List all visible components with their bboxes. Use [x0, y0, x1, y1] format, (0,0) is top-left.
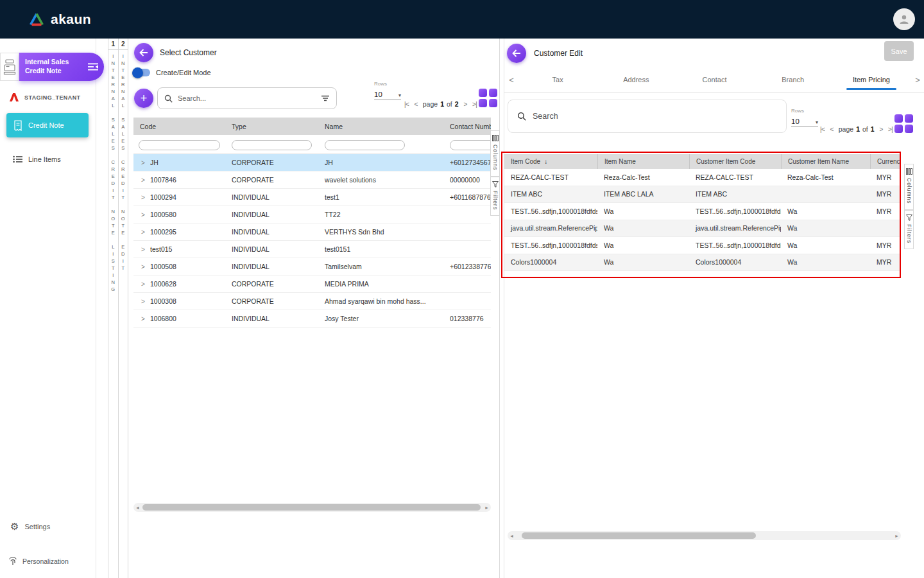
scrollbar-thumb[interactable] — [522, 532, 756, 539]
back-button[interactable] — [507, 44, 526, 63]
tab-item[interactable]: Item Pricing — [832, 67, 911, 92]
cell-customer-item-name: Wa — [781, 258, 870, 266]
sidebar-item-credit-note[interactable]: Credit Note — [6, 113, 89, 137]
expand-row-icon[interactable]: > — [133, 281, 150, 288]
tab-item[interactable]: Address — [597, 67, 675, 92]
column-header-customer-item-name[interactable]: Customer Item Name — [781, 154, 870, 169]
columns-rail-tab[interactable]: Columns — [904, 164, 914, 210]
column-header-item-code[interactable]: Item Code ↓ — [504, 154, 597, 169]
rows-per-page-select[interactable]: 10 ▾ — [791, 118, 818, 127]
expand-row-icon[interactable]: > — [133, 159, 150, 166]
expand-row-icon[interactable]: > — [133, 298, 150, 305]
tab-item[interactable]: Branch — [754, 67, 832, 92]
item-pricing-row[interactable]: java.util.stream.ReferencePipeli... Wa j… — [504, 220, 901, 238]
expand-row-icon[interactable]: > — [133, 246, 150, 253]
sort-descending-icon[interactable]: ↓ — [544, 158, 547, 165]
customer-row[interactable]: > 1000508 INDIVIDUAL Tamilselvam +601233… — [133, 258, 491, 276]
first-page-button[interactable]: |< — [404, 101, 409, 108]
expand-row-icon[interactable]: > — [133, 194, 150, 201]
customer-search-input[interactable] — [178, 94, 316, 102]
customer-row[interactable]: > 1000580 INDIVIDUAL TT22 — [133, 206, 491, 223]
filters-rail-tab[interactable]: Filters — [490, 177, 500, 216]
sidebar-item-line-items[interactable]: Line Items — [8, 153, 66, 166]
item-pricing-row[interactable]: ITEM ABC ITEM ABC LALA ITEM ABC MYR — [504, 186, 901, 204]
sidebar-item-settings[interactable]: ⚙ Settings — [10, 521, 50, 531]
prev-page-button[interactable]: < — [830, 126, 833, 133]
rows-per-page-select[interactable]: 10 ▾ — [374, 91, 401, 100]
type-filter-input[interactable] — [232, 140, 312, 150]
expand-row-icon[interactable]: > — [133, 211, 150, 218]
scroll-left-icon[interactable]: ◄ — [135, 505, 140, 510]
user-avatar[interactable] — [893, 8, 915, 30]
window-strip-listing[interactable]: 1 INTERNAL SALES CREDIT NOTE LISTING — [108, 39, 119, 578]
cell-name: Ahmad syarqawi bin mohd hass... — [321, 297, 446, 305]
grid-view-icon — [894, 114, 913, 133]
columns-rail-tab[interactable]: Columns — [490, 130, 500, 177]
collapse-menu-icon[interactable] — [88, 63, 98, 71]
tab-item[interactable]: Contact — [675, 67, 753, 92]
item-pricing-row[interactable]: Colors1000004 Wa Colors1000004 Wa MYR — [504, 254, 901, 272]
save-button[interactable]: Save — [884, 41, 914, 61]
item-pricing-row[interactable]: TEST..56..sdfjn,1000018fdfds/df... Wa TE… — [504, 237, 901, 254]
tabs-scroll-right-icon[interactable]: > — [911, 67, 924, 92]
back-button[interactable] — [134, 43, 153, 62]
scrollbar-thumb[interactable] — [142, 504, 481, 511]
customer-row[interactable]: > JH CORPORATE JH +6012734567 — [133, 154, 491, 171]
tenant-selector[interactable]: STAGING_TENANT — [9, 92, 80, 102]
expand-row-icon[interactable]: > — [133, 177, 150, 184]
item-pricing-search-input[interactable] — [533, 112, 777, 121]
contact-filter-input[interactable] — [450, 140, 491, 150]
filter-list-icon[interactable] — [321, 95, 330, 101]
scroll-right-icon[interactable]: ► — [484, 505, 489, 510]
expand-row-icon[interactable]: > — [133, 229, 150, 236]
item-pricing-row[interactable]: REZA-CALC-TEST Reza-Calc-Test REZA-CALC-… — [504, 169, 901, 186]
customer-row[interactable]: > 1007846 CORPORATE wavelet solutions 00… — [133, 171, 491, 189]
filters-rail-tab[interactable]: Filters — [904, 210, 914, 249]
column-header-name[interactable]: Name — [321, 123, 446, 130]
cell-item-name: ITEM ABC LALA — [597, 190, 689, 198]
cell-customer-item-code: REZA-CALC-TEST — [689, 173, 781, 181]
module-banner[interactable]: Internal Sales Credit Note — [0, 53, 104, 81]
page-total: 2 — [455, 100, 459, 108]
first-page-button[interactable]: |< — [820, 126, 825, 133]
last-page-button[interactable]: >| — [888, 126, 893, 133]
cell-name: MEDIA PRIMA — [321, 280, 446, 288]
scroll-right-icon[interactable]: ► — [894, 534, 899, 538]
column-header-code[interactable]: Code — [133, 123, 228, 130]
scrollbar-track[interactable] — [515, 532, 893, 539]
next-page-button[interactable]: > — [464, 101, 467, 108]
window-strip-edit[interactable]: 2 INTERNAL SALES CREDIT NOTE EDIT — [119, 39, 129, 578]
customer-row[interactable]: > 1000294 INDIVIDUAL test1 +60116878766 — [133, 189, 491, 206]
last-page-button[interactable]: >| — [472, 101, 477, 108]
next-page-button[interactable]: > — [880, 126, 883, 133]
column-header-type[interactable]: Type — [228, 123, 321, 130]
customer-row[interactable]: > 1006800 INDIVIDUAL Josy Tester 0123387… — [133, 310, 491, 328]
expand-row-icon[interactable]: > — [133, 263, 150, 270]
customer-row[interactable]: > 1000295 INDIVIDUAL VERTHYS Sdn Bhd — [133, 223, 491, 241]
tab-label: Item Pricing — [853, 76, 890, 83]
scrollbar-track[interactable] — [141, 504, 483, 511]
customer-row[interactable]: > 1000308 CORPORATE Ahmad syarqawi bin m… — [133, 293, 491, 310]
sidebar-item-personalization[interactable]: Personalization — [8, 556, 69, 567]
prev-page-button[interactable]: < — [414, 101, 417, 108]
create-edit-toggle[interactable] — [133, 69, 150, 76]
code-filter-input[interactable] — [139, 140, 220, 150]
column-header-contact[interactable]: Contact Number — [446, 123, 491, 130]
scroll-left-icon[interactable]: ◄ — [509, 534, 514, 538]
brand[interactable]: akaun — [28, 12, 91, 27]
name-filter-input[interactable] — [325, 140, 405, 150]
tab-item[interactable]: Tax — [518, 67, 597, 92]
column-header-customer-item-code[interactable]: Customer Item Code — [689, 154, 781, 169]
cell-type: CORPORATE — [228, 280, 321, 288]
customer-row[interactable]: > 1000628 CORPORATE MEDIA PRIMA — [133, 276, 491, 293]
item-pricing-row[interactable]: TEST..56..sdfjn,1000018fdfds/df... Wa TE… — [504, 203, 901, 220]
add-customer-button[interactable]: + — [134, 89, 153, 108]
grid-view-button[interactable] — [894, 114, 913, 133]
expand-row-icon[interactable]: > — [133, 315, 150, 322]
column-header-currency[interactable]: Currency — [870, 154, 901, 169]
customer-row[interactable]: > test015 INDIVIDUAL test0151 — [133, 241, 491, 258]
grid-view-button[interactable] — [479, 89, 497, 107]
tabs-scroll-left-icon[interactable]: < — [504, 67, 518, 92]
column-header-item-name[interactable]: Item Name — [597, 154, 689, 169]
cell-customer-item-name: Wa — [781, 224, 870, 232]
